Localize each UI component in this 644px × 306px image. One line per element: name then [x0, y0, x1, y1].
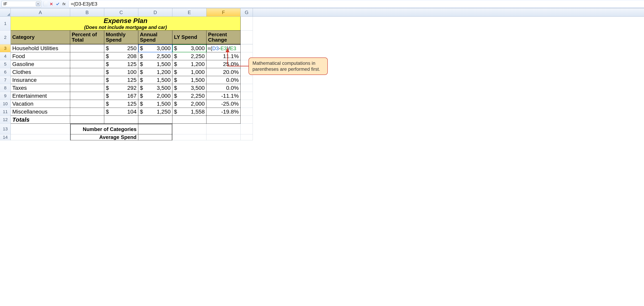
cell-B10[interactable] — [70, 100, 104, 108]
cell-C6[interactable]: $100 — [104, 68, 138, 76]
cell-A8[interactable]: Taxes — [11, 84, 70, 92]
name-box-dropdown[interactable] — [36, 2, 40, 6]
cell-F10[interactable]: -25.0% — [206, 100, 240, 108]
cell-D11[interactable]: $1,250 — [138, 108, 172, 116]
title-merged-cell[interactable]: Expense Plan (Does not include mortgage … — [11, 17, 240, 30]
totals-label-cell[interactable]: Totals — [11, 116, 70, 124]
cell-A3[interactable]: Household Utilities — [11, 44, 70, 52]
column-header-A[interactable]: A — [11, 8, 70, 16]
cell-B8[interactable] — [70, 84, 104, 92]
cell-A6[interactable]: Clothes — [11, 68, 70, 76]
cell-F14[interactable] — [206, 134, 240, 140]
cell-D13[interactable] — [138, 124, 172, 134]
cell-C4[interactable]: $208 — [104, 52, 138, 60]
row-header-1[interactable]: 1 — [0, 17, 11, 30]
row-header-10[interactable]: 10 — [0, 100, 11, 108]
cell-A5[interactable]: Gasoline — [11, 60, 70, 68]
cell-C9[interactable]: $167 — [104, 92, 138, 100]
header-ly-spend[interactable]: LY Spend — [172, 30, 206, 44]
row-header-11[interactable]: 11 — [0, 108, 11, 116]
cell-C5[interactable]: $125 — [104, 60, 138, 68]
cell-E6[interactable]: $1,000 — [172, 68, 206, 76]
row-header-8[interactable]: 8 — [0, 84, 11, 92]
cell-C7[interactable]: $125 — [104, 76, 138, 84]
row-header-5[interactable]: 5 — [0, 60, 11, 68]
cell-A7[interactable]: Insurance — [11, 76, 70, 84]
header-percent-total[interactable]: Percent of Total — [70, 30, 104, 44]
cell-C12[interactable] — [104, 116, 138, 124]
cell-B4[interactable] — [70, 52, 104, 60]
cell-A11[interactable]: Miscellaneous — [11, 108, 70, 116]
cell-D14[interactable] — [138, 134, 172, 140]
cell-G1[interactable] — [240, 17, 253, 30]
spreadsheet-grid[interactable]: 1 Expense Plan (Does not include mortgag… — [0, 17, 644, 140]
cell-G7[interactable] — [240, 76, 253, 84]
cell-A9[interactable]: Entertainment — [11, 92, 70, 100]
column-header-B[interactable]: B — [70, 8, 104, 16]
row-header-9[interactable]: 9 — [0, 92, 11, 100]
cell-A13[interactable] — [11, 124, 70, 134]
cell-G8[interactable] — [240, 84, 253, 92]
cell-B7[interactable] — [70, 76, 104, 84]
row-header-13[interactable]: 13 — [0, 124, 11, 134]
column-header-D[interactable]: D — [138, 8, 172, 16]
cell-F7[interactable]: 0.0% — [206, 76, 240, 84]
row-header-12[interactable]: 12 — [0, 116, 11, 124]
cell-D6[interactable]: $1,200 — [138, 68, 172, 76]
cell-C10[interactable]: $125 — [104, 100, 138, 108]
header-monthly-spend[interactable]: Monthly Spend — [104, 30, 138, 44]
cell-D9[interactable]: $2,000 — [138, 92, 172, 100]
row-header-14[interactable]: 14 — [0, 134, 11, 140]
cell-B3[interactable] — [70, 44, 104, 52]
cell-D10[interactable]: $1,500 — [138, 100, 172, 108]
cell-G2[interactable] — [240, 30, 253, 44]
cell-E7[interactable]: $1,500 — [172, 76, 206, 84]
row-header-3[interactable]: 3 — [0, 44, 11, 52]
cell-D7[interactable]: $1,500 — [138, 76, 172, 84]
cell-E4[interactable]: $2,250 — [172, 52, 206, 60]
cell-F11[interactable]: -19.8% — [206, 108, 240, 116]
insert-function-button[interactable]: fx — [62, 2, 66, 6]
header-percent-change[interactable]: Percent Change — [206, 30, 240, 44]
cancel-button[interactable] — [49, 2, 54, 6]
select-all-corner[interactable] — [0, 8, 11, 16]
formula-input[interactable]: =(D3-E3)/E3 — [68, 1, 644, 7]
cell-F8[interactable]: 0.0% — [206, 84, 240, 92]
cell-B11[interactable] — [70, 108, 104, 116]
row-header-4[interactable]: 4 — [0, 52, 11, 60]
header-category[interactable]: Category — [11, 30, 70, 44]
cell-E11[interactable]: $1,558 — [172, 108, 206, 116]
enter-button[interactable] — [55, 2, 60, 6]
cell-B6[interactable] — [70, 68, 104, 76]
cell-G10[interactable] — [240, 100, 253, 108]
cell-E8[interactable]: $3,500 — [172, 84, 206, 92]
cell-A10[interactable]: Vacation — [11, 100, 70, 108]
cell-C8[interactable]: $292 — [104, 84, 138, 92]
cell-F12[interactable] — [206, 116, 240, 124]
cell-F9[interactable]: -11.1% — [206, 92, 240, 100]
cell-E14[interactable] — [172, 134, 206, 140]
column-header-E[interactable]: E — [172, 8, 206, 16]
cell-C3[interactable]: $250 — [104, 44, 138, 52]
row-header-2[interactable]: 2 — [0, 30, 11, 44]
name-box[interactable]: IF — [2, 1, 41, 7]
header-annual-spend[interactable]: Annual Spend — [138, 30, 172, 44]
cell-B12[interactable] — [70, 116, 104, 124]
cell-G3[interactable] — [240, 44, 253, 52]
num-categories-label[interactable]: Number of Categories — [70, 124, 138, 134]
cell-D5[interactable]: $1,500 — [138, 60, 172, 68]
cell-D3[interactable]: $3,000 — [138, 44, 172, 52]
column-header-G[interactable]: G — [240, 8, 253, 16]
cell-C11[interactable]: $104 — [104, 108, 138, 116]
cell-G11[interactable] — [240, 108, 253, 116]
cell-E5[interactable]: $1,200 — [172, 60, 206, 68]
avg-spend-label[interactable]: Average Spend — [70, 134, 138, 140]
cell-E3[interactable]: $3,000 — [172, 44, 206, 52]
cell-E12[interactable] — [172, 116, 206, 124]
row-header-6[interactable]: 6 — [0, 68, 11, 76]
cell-E13[interactable] — [172, 124, 206, 134]
cell-G12[interactable] — [240, 116, 253, 124]
cell-F3[interactable]: =(D3-E3)/E3 — [206, 44, 240, 52]
cell-G14[interactable] — [240, 134, 253, 140]
cell-G13[interactable] — [240, 124, 253, 134]
